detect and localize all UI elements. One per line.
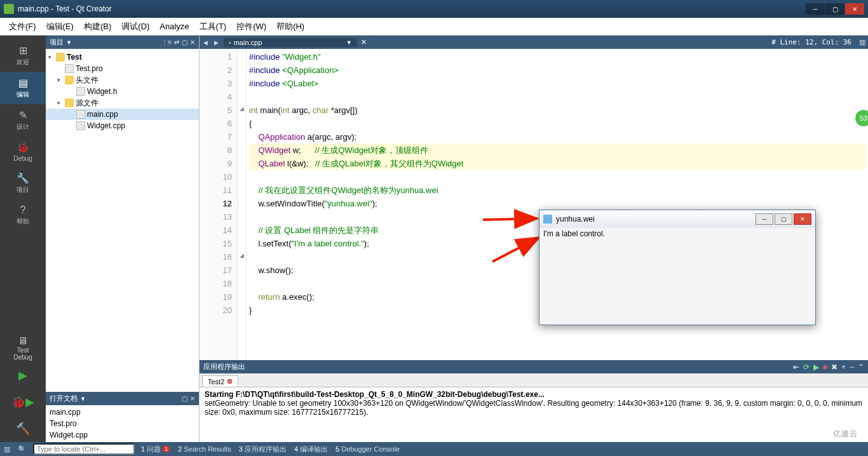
add-icon[interactable]: + (841, 363, 846, 372)
close-panel-icon[interactable]: ✕ (190, 39, 195, 46)
tree-pro-file[interactable]: Test.pro (46, 63, 199, 74)
menu-item[interactable]: 控件(W) (231, 20, 271, 34)
open-doc-item[interactable]: main.cpp (50, 406, 195, 418)
menu-item[interactable]: 编辑(E) (41, 20, 79, 34)
maximize-button[interactable]: ▢ (825, 3, 844, 15)
mode-项目[interactable]: 🔧项目 (0, 167, 46, 199)
mode-设计[interactable]: ✎设计 (0, 104, 46, 137)
tree-sources-folder[interactable]: ▾源文件 (46, 97, 199, 109)
split-icon[interactable]: ▢ (182, 395, 187, 402)
line-gutter: 1234567891011121314151617181920 (200, 49, 238, 360)
tree-source-widget[interactable]: Widget.cpp (46, 120, 199, 131)
output-text[interactable]: Starting F:\DT\QT\qt\first\build-Test-De… (200, 387, 868, 442)
output-title: 应用程序输出 (203, 362, 245, 372)
side-panel: 项目 ▼ ⋮≡ ⇄ ▢ ✕ ▾Test Test.pro ▾头文件 Widget… (46, 36, 200, 442)
analysis-badge[interactable]: 53 (854, 109, 868, 128)
open-docs-header: 打开文档 ▼ ▢ ✕ (46, 392, 199, 405)
run-button[interactable]: ▶ (18, 362, 27, 389)
output-tab-label: Test2 (208, 378, 224, 386)
popup-body: I'm a label control. (539, 228, 815, 325)
menu-item[interactable]: 工具(T) (194, 20, 232, 34)
popup-window[interactable]: yunhua.wei ─ ▢ ✕ I'm a label control. (539, 210, 816, 325)
minus-icon[interactable]: − (850, 363, 854, 372)
editor-toolbar: ◄ ► ▫ main.cpp ▼ ✕ # Line: 12, Col: 36 ▥ (200, 36, 868, 49)
output-line: Starting F:\DT\QT\qt\first\build-Test-De… (205, 390, 863, 399)
watermark: 亿速云 (833, 429, 858, 439)
file-icon: ▫ (229, 39, 231, 46)
open-docs-list: main.cppTest.proWidget.cpp (46, 405, 199, 442)
minimize-button[interactable]: ─ (806, 3, 825, 15)
search-icon[interactable]: 🔍 (14, 442, 31, 456)
nav-fwd-icon[interactable]: ► (213, 39, 220, 46)
status-pane-4[interactable]: 4编译输出 (290, 442, 332, 456)
popup-icon (543, 215, 552, 224)
menubar: 文件(F)编辑(E)构建(B)调试(D)Analyze工具(T)控件(W)帮助(… (0, 18, 868, 36)
close-button[interactable]: ✕ (845, 3, 864, 15)
chevron-down-icon[interactable]: ▼ (80, 396, 86, 402)
status-pane-3[interactable]: 3应用程序输出 (235, 442, 290, 456)
project-panel-title: 项目 (50, 37, 64, 47)
split-icon[interactable]: ▢ (182, 39, 187, 46)
mode-Debug[interactable]: 🐞Debug (0, 137, 46, 167)
build-button[interactable]: 🔨 (16, 415, 30, 442)
project-panel-header: 项目 ▼ ⋮≡ ⇄ ▢ ✕ (46, 36, 199, 49)
tree-project[interactable]: ▾Test (46, 51, 199, 63)
document-dropdown[interactable]: ▫ main.cpp ▼ (224, 38, 357, 47)
chevron-down-icon[interactable]: ▼ (66, 39, 72, 46)
output-header: 应用程序输出 ⇤ ⟳ ▶ ■ ✖ + − ⌃ (200, 360, 868, 373)
output-tab[interactable]: Test2 ⊗ (202, 375, 238, 387)
run-icon[interactable]: ▶ (813, 363, 819, 372)
filter-icon[interactable]: ⋮≡ (161, 39, 172, 46)
titlebar: main.cpp - Test - Qt Creator ─ ▢ ✕ (0, 0, 868, 18)
remove-icon[interactable]: ✖ (831, 363, 837, 372)
attach-icon[interactable]: ⇤ (793, 363, 799, 372)
popup-close-button[interactable]: ✕ (794, 213, 811, 225)
mode-selector: ⊞欢迎▤编辑✎设计🐞Debug🔧项目?帮助🖥TestDebug▶🐞▶🔨 (0, 36, 46, 442)
locator-input[interactable] (33, 443, 135, 455)
cursor-position: # Line: 12, Col: 36 (771, 38, 851, 46)
mode-欢迎[interactable]: ⊞欢迎 (0, 39, 46, 72)
nav-back-icon[interactable]: ◄ (202, 39, 209, 46)
tree-source-main[interactable]: main.cpp (46, 109, 199, 120)
tree-header-file[interactable]: Widget.h (46, 86, 199, 97)
status-pane-5[interactable]: 5Debugger Console (332, 442, 403, 456)
split-editor-icon[interactable]: ▥ (859, 38, 865, 46)
mode-帮助[interactable]: ?帮助 (0, 199, 46, 231)
tree-headers-folder[interactable]: ▾头文件 (46, 74, 199, 86)
stop-icon[interactable]: ■ (823, 363, 827, 372)
open-doc-item[interactable]: Test.pro (50, 418, 195, 429)
open-doc-item[interactable]: Widget.cpp (50, 429, 195, 441)
output-tabs: Test2 ⊗ (200, 373, 868, 387)
popup-label-text: I'm a label control. (543, 229, 605, 238)
current-file: main.cpp (234, 39, 262, 46)
popup-maximize-button[interactable]: ▢ (775, 213, 792, 225)
sync-icon[interactable]: ⇄ (174, 39, 179, 46)
close-doc-icon[interactable]: ✕ (361, 38, 367, 46)
menu-item[interactable]: Analyze (154, 20, 194, 32)
mode-编辑[interactable]: ▤编辑 (0, 72, 46, 104)
project-tree[interactable]: ▾Test Test.pro ▾头文件 Widget.h ▾源文件 main.c… (46, 49, 199, 392)
close-tab-icon[interactable]: ⊗ (227, 377, 233, 386)
debug-button[interactable]: 🐞▶ (11, 389, 34, 415)
output-line: setGeometry: Unable to set geometry 100x… (205, 399, 863, 417)
menu-item[interactable]: 文件(F) (4, 20, 41, 34)
menu-item[interactable]: 构建(B) (79, 20, 116, 34)
popup-minimize-button[interactable]: ─ (756, 213, 773, 225)
status-pane-2[interactable]: 2Search Results (174, 442, 235, 456)
menu-item[interactable]: 调试(D) (116, 20, 154, 34)
panel-toggle-icon[interactable]: ▥ (0, 442, 14, 456)
menu-item[interactable]: 帮助(H) (271, 20, 309, 34)
open-docs-title: 打开文档 (50, 394, 78, 403)
app-icon (4, 4, 14, 14)
expand-icon[interactable]: ⌃ (858, 363, 864, 372)
window-title: main.cpp - Test - Qt Creator (18, 4, 112, 13)
popup-title: yunhua.wei (556, 215, 595, 224)
close-panel-icon[interactable]: ✕ (190, 395, 195, 402)
kit-selector[interactable]: 🖥TestDebug (13, 334, 32, 362)
rerun-icon[interactable]: ⟳ (803, 363, 810, 372)
popup-titlebar[interactable]: yunhua.wei ─ ▢ ✕ (539, 210, 815, 228)
status-bar: ▥ 🔍 1问题12Search Results3应用程序输出4编译输出5Debu… (0, 442, 868, 456)
chevron-down-icon: ▼ (346, 39, 352, 46)
fold-gutter[interactable]: ◢◢ (238, 49, 247, 360)
status-pane-1[interactable]: 1问题1 (137, 442, 174, 456)
